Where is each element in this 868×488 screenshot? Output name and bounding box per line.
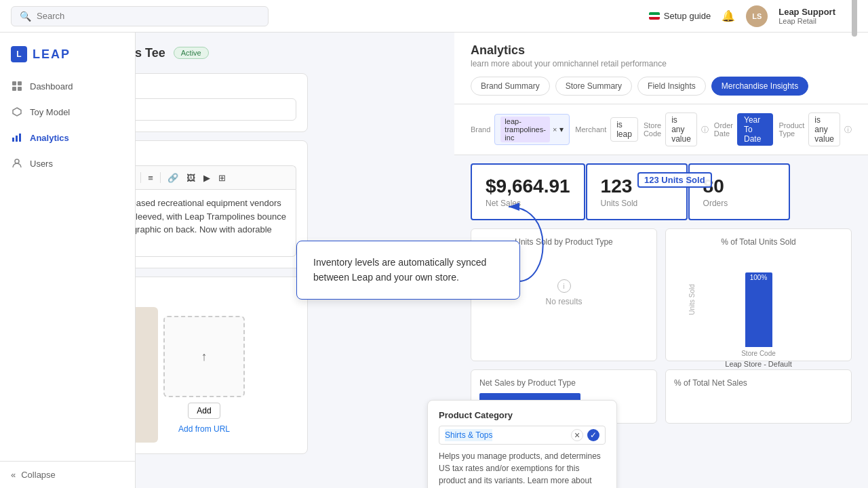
filter-store-code: Store Code is any value ⓘ [644, 113, 709, 146]
tab-brand-summary[interactable]: Brand Summary [471, 77, 550, 96]
analytics-header: Analytics learn more about your omnichan… [454, 33, 868, 104]
pct-net-sales-chart: % of Total Net Sales [665, 369, 852, 424]
confirm-category-icon[interactable]: ✓ [587, 429, 599, 441]
avatar: LS [746, 5, 768, 27]
align-button[interactable]: ≡ [145, 171, 156, 184]
header-right: Setup guide 🔔 LS Leap Support Leap Retai… [649, 0, 857, 37]
user-info: Leap Support Leap Retail [778, 7, 835, 25]
metric-net-sales: $9,664.91 Net Sales [471, 163, 585, 220]
filter-merchant-value[interactable]: is leap [610, 117, 638, 142]
analytics-subtitle: learn more about your omnichannel retail… [471, 59, 852, 68]
store-code-info-icon: ⓘ [701, 125, 709, 135]
pct-net-sales-title: % of Total Net Sales [674, 378, 843, 388]
product-category-input[interactable]: Shirts & Tops × ✓ [439, 426, 606, 445]
cube-icon [11, 106, 23, 118]
chart-legend: Leap Store - Default [674, 360, 843, 368]
chevron-brand-icon: ▾ [559, 125, 564, 134]
divider2 [160, 172, 161, 183]
user-org: Leap Retail [778, 17, 835, 25]
units-sold-badge: 123 Units Sold [637, 172, 712, 188]
sidebar-item-users[interactable]: Users [0, 150, 135, 176]
net-sales-chart-title: Net Sales by Product Type [479, 378, 648, 388]
divider [140, 172, 141, 183]
no-results-text: No results [545, 297, 582, 306]
sidebar-item-analytics[interactable]: Analytics [0, 125, 135, 150]
notifications-icon[interactable]: 🔔 [722, 9, 735, 22]
setup-guide-btn[interactable]: Setup guide [649, 11, 711, 21]
svg-rect-3 [18, 87, 22, 91]
inventory-tooltip: Inventory levels are automatically synce… [296, 241, 520, 300]
svg-rect-1 [18, 81, 22, 85]
status-badge: Active [174, 47, 209, 59]
scrollbar[interactable] [852, 0, 857, 37]
sidebar-bottom: « Collapse [0, 461, 135, 488]
remove-brand-icon[interactable]: × [553, 125, 557, 134]
product-category-section: Product Category Shirts & Tops × ✓ Helps… [427, 400, 617, 488]
tab-merchandise-insights[interactable]: Merchandise Insights [711, 77, 808, 96]
tab-field-insights[interactable]: Field Insights [637, 77, 706, 96]
product-type-info-icon: ⓘ [844, 125, 852, 135]
leap-logo-text: LEAP [33, 47, 71, 62]
search-input[interactable] [37, 11, 260, 21]
svg-rect-2 [12, 87, 16, 91]
units-sold-label: Units Sold [601, 199, 673, 208]
bar-value-label: 100% [745, 272, 772, 283]
filter-brand-chip[interactable]: leap-trampolines-inc × ▾ [494, 114, 570, 145]
svg-rect-5 [16, 136, 18, 142]
setup-guide-label: Setup guide [664, 11, 711, 21]
filter-brand: Brand leap-trampolines-inc × ▾ [471, 114, 570, 145]
filter-date-value[interactable]: Year To Date [737, 113, 773, 146]
filter-product-type: Product Type is any value ⓘ [778, 113, 852, 146]
filter-store-value[interactable]: is any value [665, 113, 697, 146]
person-icon [11, 157, 23, 169]
svg-rect-6 [19, 134, 21, 142]
net-sales-label: Net Sales [486, 199, 570, 208]
category-tag: Shirts & Tops [445, 429, 492, 441]
category-description-text: Helps you manage products, and determine… [439, 451, 601, 485]
play-button[interactable]: ▶ [201, 171, 213, 184]
upload-icon: ↑ [201, 350, 208, 364]
flag-icon [649, 12, 660, 20]
leap-logo: L LEAP [0, 41, 135, 73]
pct-units-title: % of Total Units Sold [674, 237, 843, 247]
sidebar-item-dashboard[interactable]: Dashboard [0, 73, 135, 99]
product-category-title: Product Category [439, 410, 606, 420]
grid-icon [11, 80, 23, 92]
product-category-desc: Helps you manage products, and determine… [439, 450, 606, 488]
clear-category-icon[interactable]: × [571, 429, 583, 441]
search-icon: 🔍 [20, 11, 31, 22]
sidebar-item-toy-model[interactable]: Toy Model [0, 99, 135, 125]
tooltip-text: Inventory levels are automatically synce… [313, 257, 486, 283]
x-axis-label: Store Code [674, 350, 843, 357]
sidebar-toy-model-label: Toy Model [30, 107, 70, 117]
sidebar-dashboard-label: Dashboard [30, 81, 73, 92]
add-from-url-link[interactable]: Add from URL [178, 424, 230, 434]
bar-chart-area: Units Sold 100% [674, 252, 843, 347]
pct-units-chart: % of Total Units Sold Units Sold 100% St… [665, 228, 852, 361]
collapse-button[interactable]: « Collapse [0, 462, 135, 488]
orders-label: Orders [703, 199, 775, 208]
bar-item: 100% [745, 272, 772, 347]
search-bar[interactable]: 🔍 [11, 6, 269, 26]
svg-rect-4 [12, 138, 14, 142]
filter-order-date: Order Date Year To Date [714, 113, 774, 146]
y-axis-label: Units Sold [688, 284, 696, 315]
sidebar-users-label: Users [30, 159, 53, 169]
filter-product-type-value[interactable]: is any value [808, 113, 840, 146]
tab-store-summary[interactable]: Store Summary [555, 77, 632, 96]
filter-date-label: Order Date [714, 121, 733, 138]
add-media-button[interactable]: Add [188, 403, 220, 419]
svg-point-7 [15, 159, 19, 163]
link-button[interactable]: 🔗 [165, 171, 181, 184]
leap-logo-icon: L [11, 46, 27, 62]
upload-box[interactable]: ↑ [163, 316, 245, 397]
table-button[interactable]: ⊞ [216, 171, 229, 184]
orders-value: 80 [703, 176, 775, 197]
image-button[interactable]: 🖼 [184, 171, 198, 184]
analytics-tabs: Brand Summary Store Summary Field Insigh… [471, 77, 852, 96]
collapse-icon: « [11, 470, 16, 480]
filter-merchant-label: Merchant [575, 125, 606, 134]
chart-icon [11, 131, 23, 144]
filter-brand-label: Brand [471, 125, 490, 134]
filter-product-type-label: Product Type [778, 121, 804, 138]
